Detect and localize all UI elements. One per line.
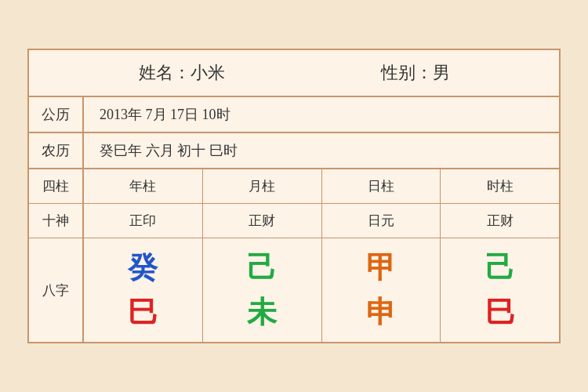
lunar-label: 农历: [29, 133, 84, 168]
gregorian-row: 公历 2013年 7月 17日 10时: [29, 97, 559, 133]
shishen-col1: 正印: [84, 204, 203, 238]
sijiu-col1: 年柱: [84, 169, 203, 203]
gender-label: 性别：男: [381, 61, 450, 85]
bazhi-bottom-3: 巳: [485, 292, 515, 332]
shishen-col4: 正财: [441, 204, 559, 238]
bazhi-bottom-2: 申: [366, 292, 396, 332]
sijiu-col0: 四柱: [29, 169, 84, 203]
bazhi-top-3: 己: [485, 248, 515, 288]
gregorian-value: 2013年 7月 17日 10时: [84, 97, 559, 132]
bazhi-bottom-0: 巳: [128, 292, 158, 332]
bazhi-label: 八字: [29, 238, 84, 342]
bazhi-top-2: 甲: [366, 248, 396, 288]
shishen-col3: 日元: [322, 204, 441, 238]
gregorian-label: 公历: [29, 97, 84, 132]
lunar-value: 癸巳年 六月 初十 巳时: [84, 133, 559, 168]
bazhi-col-3: 己 巳: [441, 238, 559, 342]
sijiu-col4: 时柱: [441, 169, 559, 203]
shishen-row: 十神 正印 正财 日元 正财: [29, 204, 559, 238]
sijiu-col2: 月柱: [203, 169, 322, 203]
sijiu-row: 四柱 年柱 月柱 日柱 时柱: [29, 169, 559, 204]
bazhi-col-1: 己 未: [203, 238, 322, 342]
bazhi-row: 八字 癸 巳 己 未 甲 申 己 巳: [29, 238, 559, 342]
bazhi-col-0: 癸 巳: [84, 238, 203, 342]
lunar-row: 农历 癸巳年 六月 初十 巳时: [29, 133, 559, 169]
sijiu-col3: 日柱: [322, 169, 441, 203]
name-label: 姓名：小米: [139, 61, 225, 85]
main-container: 姓名：小米 性别：男 公历 2013年 7月 17日 10时 农历 癸巳年 六月…: [27, 49, 561, 343]
bazhi-top-1: 己: [247, 248, 277, 288]
shishen-col2: 正财: [203, 204, 322, 238]
bazhi-bottom-1: 未: [247, 292, 277, 332]
bazhi-col-2: 甲 申: [322, 238, 441, 342]
bazhi-top-0: 癸: [128, 248, 158, 288]
shishen-col0: 十神: [29, 204, 84, 238]
header-row: 姓名：小米 性别：男: [29, 50, 559, 97]
bazhi-cols: 癸 巳 己 未 甲 申 己 巳: [84, 238, 559, 342]
